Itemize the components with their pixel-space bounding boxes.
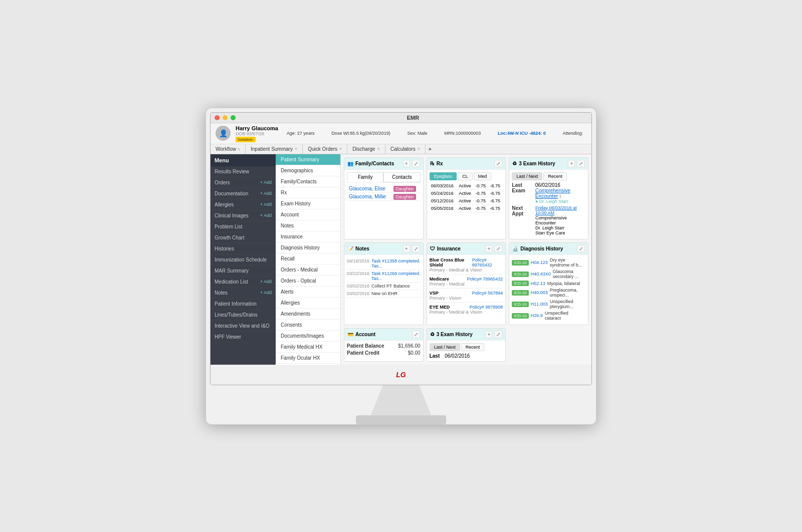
nav-rx[interactable]: Rx — [276, 187, 340, 198]
icd-code-4[interactable]: H11.003 — [531, 302, 548, 307]
ins-name-3: EYE MED — [430, 305, 450, 310]
exam-history-bottom-card: ♻ 3 Exam History + ⤢ Last / Next — [427, 328, 506, 362]
insurance-add-btn[interactable]: + — [485, 245, 492, 252]
family-tab-family[interactable]: Family — [347, 172, 383, 182]
sidebar-item-mar[interactable]: MAR Summary — [211, 265, 276, 277]
rx-tab-med[interactable]: Med — [474, 172, 492, 180]
rx-expand-btn[interactable]: ⤢ — [494, 160, 502, 167]
nav-notes[interactable]: Notes — [276, 220, 340, 231]
tab-close-workflow[interactable]: × — [238, 147, 240, 152]
nav-family-contacts[interactable]: Family/Contacts — [276, 176, 340, 187]
exam-tab-last-next-top[interactable]: Last / Next — [512, 172, 542, 180]
nav-recall[interactable]: Recall — [276, 253, 340, 264]
last-exam-encounter[interactable]: Comprehensive Encounter ℹ — [535, 188, 585, 199]
account-expand-btn[interactable]: ⤢ — [412, 331, 420, 338]
sidebar-item-medication-list[interactable]: Medication List + Add — [211, 277, 276, 288]
tab-calculators[interactable]: Calculators × — [385, 144, 426, 154]
insurance-expand-btn[interactable]: ⤢ — [494, 245, 502, 252]
table-row: 05/05/2016 Active -0.75 -6.75 — [430, 204, 503, 212]
rx-tab-cl[interactable]: CL — [458, 172, 473, 180]
tab-more[interactable]: » — [426, 144, 435, 154]
diag-list: ICD-10 H04.123 Dry eye syndrome of b... … — [512, 257, 585, 321]
documentation-add-btn[interactable]: + Add — [260, 191, 272, 196]
sidebar-item-notes[interactable]: Notes + Add — [211, 288, 276, 299]
nav-alerts[interactable]: Alerts — [276, 287, 340, 298]
exam-history-bottom-expand-btn[interactable]: ⤢ — [494, 331, 502, 338]
icd-code-0[interactable]: H04.123 — [531, 260, 548, 265]
ins-name-2: VSP — [430, 291, 439, 296]
sidebar-item-hpf-viewer[interactable]: HPF Viewer — [211, 332, 276, 343]
next-appt-date[interactable]: Friday 06/03/2016 at 10:00 AM — [535, 205, 585, 215]
nav-documents-images[interactable]: Documents/Images — [276, 331, 340, 342]
rx-tab-eyeglass[interactable]: Eyeglass — [430, 172, 457, 180]
exam-history-bottom-add-btn[interactable]: + — [485, 331, 492, 338]
patient-loc: Loc:4W-N ICU -4624: 0 — [498, 131, 546, 136]
icd-code-1[interactable]: H40.43X0 — [531, 272, 551, 277]
diag-item-1: ICD-10 H40.43X0 Glaucoma secondary ... — [512, 269, 585, 279]
tab-close-calculators[interactable]: × — [418, 146, 420, 151]
notes-expand-btn[interactable]: ⤢ — [412, 245, 420, 252]
family-contacts-add-btn[interactable]: + — [403, 160, 410, 167]
tab-discharge[interactable]: Discharge × — [347, 144, 385, 154]
nav-family-ocular-hx[interactable]: Family Ocular HX — [276, 353, 340, 364]
diagnosis-expand-btn[interactable]: ⤢ — [577, 245, 585, 252]
sidebar-item-interactive-view[interactable]: Interactive View and I&O — [211, 321, 276, 332]
family-member-name-0[interactable]: Glaucoma, Elise — [347, 185, 391, 193]
nav-family-medical-hx[interactable]: Family Medical HX — [276, 342, 340, 353]
nav-diagnosis-history[interactable]: Diagnosis History — [276, 242, 340, 253]
exam-history-top-add-btn[interactable]: + — [568, 160, 575, 167]
icd-code-5[interactable]: H26.9 — [531, 313, 543, 318]
nav-account[interactable]: Account — [276, 209, 340, 220]
sidebar-item-clinical-images[interactable]: Clinical Images + Add — [211, 210, 276, 221]
nav-insurance[interactable]: Insurance — [276, 231, 340, 242]
diag-item-0: ICD-10 H04.123 Dry eye syndrome of b... — [512, 257, 585, 268]
minimize-button[interactable] — [223, 115, 228, 120]
family-tab-contacts[interactable]: Contacts — [383, 172, 420, 182]
sidebar-item-problem-list[interactable]: Problem List — [211, 221, 276, 232]
notes-add-btn-card[interactable]: + — [403, 245, 410, 252]
allergies-add-btn[interactable]: + Add — [260, 202, 272, 207]
icd-code-3[interactable]: H40.003 — [531, 290, 548, 295]
sidebar-item-growth-chart[interactable]: Growth Chart — [211, 232, 276, 243]
tab-close-discharge[interactable]: × — [377, 146, 379, 151]
patient-age: Age: 27 years — [287, 131, 315, 136]
tab-close-inpatient[interactable]: × — [295, 146, 297, 151]
clinical-images-add-btn[interactable]: + Add — [260, 213, 272, 218]
sidebar-item-lines-tubes[interactable]: Lines/Tubes/Drains — [211, 310, 276, 321]
nav-demographics[interactable]: Demographics — [276, 165, 340, 176]
sidebar-item-patient-information[interactable]: Patient Information — [211, 299, 276, 310]
note-text-1[interactable]: Task #11269 completed. Tas... — [371, 271, 421, 281]
sidebar-item-immunization[interactable]: Immunization Schedule — [211, 254, 276, 265]
icd-desc-3: Preglaucoma, unspeci... — [550, 288, 585, 298]
nav-orders-optical[interactable]: Orders - Optical — [276, 276, 340, 287]
nav-consents[interactable]: Consents — [276, 320, 340, 331]
exam-history-top-expand-btn[interactable]: ⤢ — [577, 160, 585, 167]
exam-tab-recent-bottom[interactable]: Recent — [461, 343, 485, 351]
exam-tab-last-next-bottom[interactable]: Last / Next — [430, 343, 460, 351]
tab-close-quick-orders[interactable]: × — [339, 146, 342, 151]
close-button[interactable] — [215, 115, 220, 120]
tab-workflow[interactable]: Workflow × — [211, 144, 246, 154]
icd-code-2[interactable]: H52.13 — [531, 281, 545, 286]
nav-exam-history[interactable]: Exam History — [276, 198, 340, 209]
maximize-button[interactable] — [231, 115, 236, 120]
nav-allergies[interactable]: Allergies — [276, 298, 340, 309]
notes-add-btn[interactable]: + Add — [260, 290, 272, 295]
medication-add-btn[interactable]: + Add — [260, 279, 272, 284]
family-contacts-expand-btn[interactable]: ⤢ — [412, 160, 420, 167]
exam-tab-recent-top[interactable]: Recent — [543, 172, 567, 180]
family-member-name-1[interactable]: Glaucoma, Millie — [347, 192, 391, 200]
sidebar-item-allergies[interactable]: Allergies + Add — [211, 199, 276, 210]
sidebar-item-documentation[interactable]: Documentation + Add — [211, 188, 276, 199]
sidebar-item-results-review[interactable]: Results Review — [211, 166, 276, 177]
nav-patient-summary[interactable]: Patient Summary — [276, 154, 340, 165]
sidebar-item-histories[interactable]: Histories — [211, 243, 276, 254]
nav-amendments[interactable]: Amendments — [276, 309, 340, 320]
tab-quick-orders[interactable]: Quick Orders × — [303, 144, 347, 154]
note-text-0[interactable]: Task #11358 completed. Tas... — [371, 258, 421, 269]
sidebar-item-orders[interactable]: Orders + Add — [211, 177, 276, 188]
orders-add-btn[interactable]: + Add — [260, 180, 272, 185]
nav-orders-medical[interactable]: Orders - Medical — [276, 264, 340, 276]
tab-inpatient-summary[interactable]: Inpatient Summary × — [246, 144, 303, 154]
rx-val2-3: -6.75 — [488, 204, 503, 212]
